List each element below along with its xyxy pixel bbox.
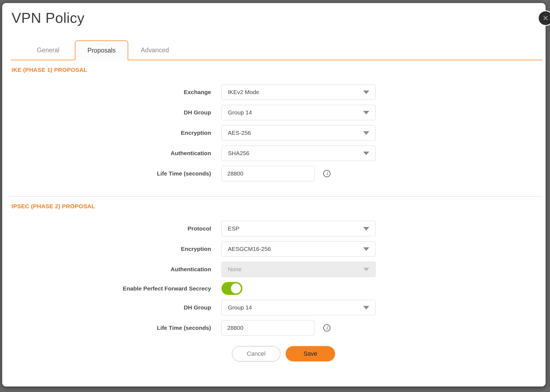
field-row-encryption-p2: Encryption AESGCM16-256 (2, 241, 546, 257)
dropdown-arrow-icon (363, 152, 369, 155)
field-row-dh-group: DH Group Group 14 (2, 105, 546, 120)
dropdown-arrow-icon (363, 91, 369, 94)
exchange-select-value: IKEv2 Mode (228, 89, 259, 95)
section-heading-ike-phase1: IKE (PHASE 1) PROPOSAL (12, 66, 546, 73)
authentication-p2-select: None (221, 262, 376, 277)
field-row-dh-group-p2: DH Group Group 14 (2, 300, 546, 315)
dh-group-p2-select-value: Group 14 (228, 304, 252, 311)
dropdown-arrow-icon (363, 227, 369, 231)
dialog-footer: Cancel Save (232, 346, 546, 361)
tab-proposals[interactable]: Proposals (75, 40, 128, 60)
exchange-label: Exchange (2, 89, 221, 95)
authentication-p2-select-value: None (228, 266, 242, 273)
encryption-p2-select[interactable]: AESGCM16-256 (221, 241, 376, 257)
authentication-select[interactable]: SHA256 (221, 146, 376, 161)
field-row-exchange: Exchange IKEv2 Mode (2, 84, 546, 100)
info-icon[interactable]: i (323, 170, 330, 177)
dialog-title: VPN Policy (12, 9, 546, 27)
section-ike-phase1: IKE (PHASE 1) PROPOSAL Exchange IKEv2 Mo… (2, 66, 546, 181)
lifetime-label: Life Time (seconds) (2, 170, 221, 177)
encryption-select[interactable]: AES-256 (221, 125, 376, 141)
authentication-select-value: SHA256 (228, 150, 249, 157)
dh-group-p2-label: DH Group (2, 304, 221, 311)
dh-group-select[interactable]: Group 14 (221, 105, 376, 120)
lifetime-input[interactable] (221, 166, 314, 181)
pfs-toggle[interactable] (221, 282, 242, 295)
encryption-select-value: AES-256 (228, 130, 251, 136)
dropdown-arrow-icon (363, 306, 369, 309)
field-row-lifetime: Life Time (seconds) i (2, 166, 546, 181)
section-ipsec-phase2: IPSEC (PHASE 2) PROPOSAL Protocol ESP En… (2, 203, 546, 336)
protocol-label: Protocol (2, 225, 221, 232)
protocol-select[interactable]: ESP (221, 221, 376, 236)
dh-group-label: DH Group (2, 109, 221, 116)
cancel-button[interactable]: Cancel (232, 346, 280, 361)
save-button[interactable]: Save (286, 346, 335, 361)
vpn-policy-dialog: ✕ VPN Policy General Proposals Advanced … (2, 3, 546, 386)
section-heading-ipsec-phase2: IPSEC (PHASE 2) PROPOSAL (12, 203, 546, 210)
protocol-select-value: ESP (228, 225, 239, 232)
dh-group-select-value: Group 14 (228, 109, 252, 116)
close-icon: ✕ (543, 14, 549, 23)
lifetime-p2-input[interactable] (221, 320, 314, 336)
dh-group-p2-select[interactable]: Group 14 (221, 300, 376, 315)
field-row-pfs: Enable Perfect Forward Secrecy (2, 282, 546, 295)
field-row-lifetime-p2: Life Time (seconds) i (2, 320, 546, 336)
field-row-protocol: Protocol ESP (2, 221, 546, 236)
dropdown-arrow-icon (363, 111, 369, 114)
encryption-p2-select-value: AESGCM16-256 (228, 246, 271, 252)
authentication-p2-label: Authentication (2, 266, 221, 273)
section-divider (8, 196, 543, 197)
encryption-p2-label: Encryption (2, 246, 221, 252)
field-row-encryption: Encryption AES-256 (2, 125, 546, 141)
tab-general[interactable]: General (21, 40, 75, 60)
tab-bar: General Proposals Advanced (11, 40, 542, 60)
info-icon[interactable]: i (323, 324, 330, 331)
authentication-label: Authentication (2, 150, 221, 157)
dropdown-arrow-icon (363, 268, 369, 271)
dropdown-arrow-icon (363, 131, 369, 135)
toggle-knob (231, 283, 241, 294)
lifetime-p2-label: Life Time (seconds) (2, 325, 221, 331)
field-row-authentication-p2: Authentication None (2, 262, 546, 277)
pfs-label: Enable Perfect Forward Secrecy (2, 285, 221, 292)
modal-backdrop: ✕ VPN Policy General Proposals Advanced … (0, 0, 550, 392)
tab-advanced[interactable]: Advanced (128, 40, 182, 60)
exchange-select[interactable]: IKEv2 Mode (221, 84, 376, 100)
encryption-label: Encryption (2, 130, 221, 136)
field-row-authentication: Authentication SHA256 (2, 146, 546, 161)
dropdown-arrow-icon (363, 247, 369, 251)
